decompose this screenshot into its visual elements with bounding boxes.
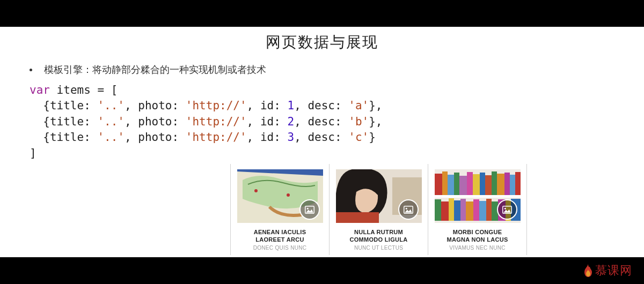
code-close: }, [369,99,382,112]
image-badge-icon [497,199,517,220]
svg-rect-18 [480,173,485,195]
card-3-subtitle: VIVAMUS NEC NUNC [435,245,520,251]
code-id-key: , id: [247,131,288,144]
card-2-thumb [336,169,422,223]
svg-rect-28 [449,198,454,221]
letterbox-top [0,0,644,27]
svg-point-9 [406,207,407,209]
svg-rect-30 [460,199,466,221]
svg-rect-29 [454,200,460,221]
card-3: MORBI CONGUEMAGNA NON LACUS VIVAMUS NEC … [428,164,527,255]
slide: 网页数据与展现 模板引擎：将动静部分糅合的一种实现机制或者技术 var item… [0,27,644,257]
image-badge-icon [398,199,419,220]
svg-rect-7 [336,212,379,223]
card-strip: AENEAN IACULISLAOREET ARCU DONEC QUIS NU… [231,164,527,255]
image-badge-icon [299,199,320,220]
code-str-title: '..' [97,99,125,112]
code-photo-key: , photo: [125,99,186,112]
code-line-prefix: {title: [30,115,97,128]
svg-rect-20 [492,171,497,195]
card-2-title: NULLA RUTRUMCOMMODO LIGULA [336,228,421,244]
svg-rect-19 [485,175,492,195]
code-desc-c: 'c' [348,131,369,144]
card-1-thumb [237,169,323,223]
code-var-name: items [57,84,91,96]
svg-rect-12 [442,171,448,195]
code-desc-key: , desc: [294,131,348,144]
svg-rect-16 [467,172,473,195]
code-id-3: 3 [287,131,294,144]
slide-title: 网页数据与展现 [0,32,644,53]
code-keyword-var: var [30,84,50,96]
card-3-thumb [435,169,521,223]
letterbox-bottom: 慕课网 [0,257,644,284]
svg-rect-11 [435,174,442,195]
svg-point-4 [307,207,309,209]
svg-point-2 [287,193,290,197]
bullet-dot-icon [30,69,32,71]
svg-rect-34 [486,199,492,221]
svg-rect-32 [473,199,479,221]
code-str-photo: 'http://' [186,115,247,128]
watermark: 慕课网 [583,263,632,279]
code-str-photo: 'http://' [186,131,247,144]
code-desc-b: 'b' [348,115,369,128]
svg-rect-31 [466,201,473,221]
card-1-title: AENEAN IACULISLAOREET ARCU [237,228,323,244]
card-2: NULLA RUTRUMCOMMODO LIGULA NUNC UT LECTU… [329,164,428,255]
code-str-title: '..' [97,131,125,144]
code-id-key: , id: [247,99,288,112]
card-1-subtitle: DONEC QUIS NUNC [237,245,323,251]
code-close-arr: ] [30,147,36,160]
svg-rect-25 [435,195,521,198]
svg-rect-26 [435,199,441,221]
code-eq-bracket: = [ [91,84,118,96]
card-1: AENEAN IACULISLAOREET ARCU DONEC QUIS NU… [230,164,330,255]
code-desc-key: , desc: [294,115,348,128]
svg-point-40 [504,207,506,209]
code-photo-key: , photo: [125,115,186,128]
code-id-2: 2 [287,115,294,128]
watermark-text: 慕课网 [595,263,632,279]
svg-rect-15 [459,176,467,195]
flame-icon [583,264,593,277]
svg-rect-24 [515,172,521,195]
code-str-title: '..' [97,115,125,128]
bullet-text: 模板引擎：将动静部分糅合的一种实现机制或者技术 [44,63,266,76]
code-close: }, [369,115,382,128]
svg-rect-23 [510,175,515,195]
code-desc-a: 'a' [348,99,369,112]
code-id-key: , id: [247,115,288,128]
svg-rect-27 [441,201,449,221]
code-close-last: } [369,131,376,144]
bullet-line: 模板引擎：将动静部分糅合的一种实现机制或者技术 [30,63,644,76]
svg-rect-33 [479,201,486,221]
svg-rect-21 [497,174,504,195]
code-block: var items = [ {title: '..', photo: 'http… [30,83,644,161]
code-photo-key: , photo: [125,131,186,144]
svg-rect-13 [448,175,454,195]
code-line-prefix: {title: [30,99,97,112]
code-line-prefix: {title: [30,131,97,144]
code-desc-key: , desc: [294,99,348,112]
svg-rect-17 [473,174,480,195]
code-str-photo: 'http://' [186,99,247,112]
card-3-title: MORBI CONGUEMAGNA NON LACUS [435,228,520,244]
code-id-1: 1 [287,99,294,112]
svg-point-1 [254,189,258,192]
svg-rect-22 [504,173,510,195]
svg-rect-14 [454,173,459,195]
card-2-subtitle: NUNC UT LECTUS [336,245,421,251]
